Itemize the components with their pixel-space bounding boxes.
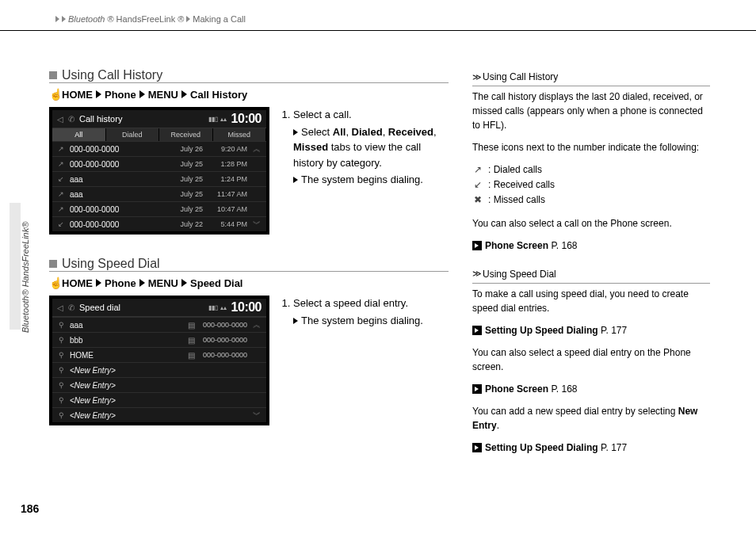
chevron-right-icon (293, 318, 298, 324)
sidebar-text: To make a call using speed dial, you nee… (472, 287, 710, 315)
speed-dial-row[interactable]: ⚲<New Entry> (52, 377, 266, 392)
speed-dial-row[interactable]: ⚲aaa▤000-000-0000︽ (52, 317, 266, 332)
steps-call-history: Select a call. Select All, Dialed, Recei… (279, 107, 449, 189)
page-number: 186 (21, 502, 39, 515)
phone-line-icon: ▤ (188, 321, 195, 330)
history-row[interactable]: ↙aaaJuly 251:24 PM (52, 171, 266, 186)
side-tab-label: Bluetooth® HandsFreeLink® (21, 222, 30, 333)
received-icon: ↙ (57, 175, 65, 183)
dialed-icon: ↗ (57, 145, 65, 153)
sidebar-text: The call history displays the last 20 di… (472, 90, 710, 132)
screen-title: Speed dial (79, 303, 204, 312)
voice-icon: ⚲ (57, 411, 65, 419)
step-text: The system begins dialing. (301, 174, 423, 185)
speed-dial-row[interactable]: ⚲HOME▤000-000-0000 (52, 347, 266, 362)
history-row[interactable]: ↗000-000-0000July 251:28 PM (52, 156, 266, 171)
breadcrumb-part: Making a Call (193, 14, 246, 24)
icon-legend: ↗: Dialed calls ↙: Received calls ✖: Mis… (472, 162, 710, 208)
section-title: Using Call History (62, 68, 162, 82)
breadcrumb: Bluetooth® HandsFreeLink® Making a Call (55, 14, 246, 24)
cross-ref-link[interactable]: Setting Up Speed Dialing (485, 325, 598, 336)
signal-icon: ▮▮▯ ▴▴ (208, 304, 226, 311)
chevron-right-icon (139, 279, 145, 287)
back-icon: ◁ (57, 115, 63, 124)
chevron-right-icon (181, 90, 187, 98)
dialed-icon: ↗ (57, 205, 65, 213)
section-heading-call-history: Using Call History (49, 68, 449, 83)
call-history-screen: ◁ ✆ Call history ▮▮▯ ▴▴ 10:00 All Dialed… (49, 107, 269, 235)
double-chevron-icon: ≫ (472, 267, 479, 280)
chevron-right-icon (181, 279, 187, 287)
chevron-right-icon (293, 129, 298, 135)
chevron-right-icon (62, 16, 66, 22)
divider (0, 30, 756, 31)
cross-ref-link[interactable]: Phone Screen (485, 383, 548, 395)
tab-dialed[interactable]: Dialed (106, 128, 160, 141)
link-arrow-icon (472, 384, 482, 394)
link-arrow-icon (472, 241, 482, 250)
chevron-right-icon (139, 90, 145, 98)
voice-icon: ⚲ (57, 366, 65, 374)
double-chevron-icon: ≫ (472, 71, 479, 84)
phone-line-icon: ▤ (188, 351, 195, 360)
received-icon: ↙ (57, 220, 65, 228)
history-row[interactable]: ↗000-000-0000July 2510:47 AM (52, 201, 266, 216)
voice-icon: ⚲ (57, 396, 65, 404)
side-tab (10, 203, 21, 330)
speed-dial-row[interactable]: ⚲<New Entry>︾ (52, 407, 266, 422)
phone-icon: ✆ (68, 303, 74, 312)
chevron-right-icon (96, 90, 101, 98)
section-heading-speed-dial: Using Speed Dial (49, 257, 449, 272)
hand-pointer-icon: ☝ (49, 277, 59, 289)
dialed-icon: ↗ (57, 160, 65, 168)
scroll-down-icon[interactable]: ︾ (252, 219, 262, 230)
breadcrumb-part: HandsFreeLink (116, 14, 176, 24)
voice-icon: ⚲ (57, 381, 65, 389)
speed-dial-row[interactable]: ⚲bbb▤000-000-0000 (52, 332, 266, 347)
section-title: Using Speed Dial (62, 257, 160, 271)
scroll-up-icon[interactable]: ︽ (252, 319, 262, 330)
tab-missed[interactable]: Missed (213, 128, 267, 141)
phone-icon: ✆ (68, 115, 74, 124)
nav-path: ☝ HOME Phone MENU Call History (49, 88, 449, 101)
sidebar-text: You can also select a call on the Phone … (472, 216, 710, 231)
scroll-up-icon[interactable]: ︽ (252, 143, 262, 154)
sidebar-title: Using Speed Dial (483, 267, 556, 281)
step-text: The system begins dialing. (301, 315, 423, 326)
step-text: Select a call. (293, 109, 352, 120)
history-row[interactable]: ↙000-000-0000July 225:44 PM︾ (52, 216, 266, 231)
sidebar-call-history: ≫ Using Call History The call history di… (472, 70, 710, 253)
nav-path: ☝ HOME Phone MENU Speed Dial (49, 277, 449, 289)
clock: 10:00 (231, 112, 262, 126)
voice-icon: ⚲ (57, 321, 65, 329)
back-icon: ◁ (57, 303, 63, 312)
breadcrumb-part: Bluetooth (68, 14, 105, 24)
history-row[interactable]: ↗aaaJuly 2511:47 AM (52, 186, 266, 201)
hand-pointer-icon: ☝ (49, 88, 59, 101)
phone-line-icon: ▤ (188, 336, 195, 345)
square-bullet-icon (49, 71, 57, 79)
link-arrow-icon (472, 443, 482, 452)
step-text: Select a speed dial entry. (293, 297, 408, 309)
history-row[interactable]: ↗000-000-0000July 269:20 AM︽ (52, 141, 266, 156)
speed-dial-row[interactable]: ⚲<New Entry> (52, 362, 266, 377)
sidebar-text: You can also select a speed dial entry o… (472, 345, 710, 374)
chevron-right-icon (186, 16, 190, 22)
speed-dial-row[interactable]: ⚲<New Entry> (52, 392, 266, 407)
square-bullet-icon (49, 260, 57, 268)
dialed-icon: ↗ (57, 190, 65, 198)
cross-ref-link[interactable]: Setting Up Speed Dialing (485, 442, 598, 453)
steps-speed-dial: Select a speed dial entry. The system be… (279, 296, 423, 330)
voice-icon: ⚲ (57, 336, 65, 344)
scroll-down-icon[interactable]: ︾ (252, 410, 262, 421)
speed-dial-screen: ◁ ✆ Speed dial ▮▮▯ ▴▴ 10:00 ⚲aaa▤000-000… (49, 296, 269, 425)
cross-ref-link[interactable]: Phone Screen (485, 240, 548, 251)
screen-title: Call history (79, 114, 204, 124)
link-arrow-icon (472, 326, 482, 335)
chevron-right-icon (96, 279, 101, 287)
tab-received[interactable]: Received (159, 128, 213, 141)
chevron-right-icon (293, 177, 298, 183)
sidebar-text: These icons next to the number indicate … (472, 140, 710, 154)
tab-all[interactable]: All (52, 128, 106, 141)
missed-icon: ✖ (472, 193, 483, 208)
